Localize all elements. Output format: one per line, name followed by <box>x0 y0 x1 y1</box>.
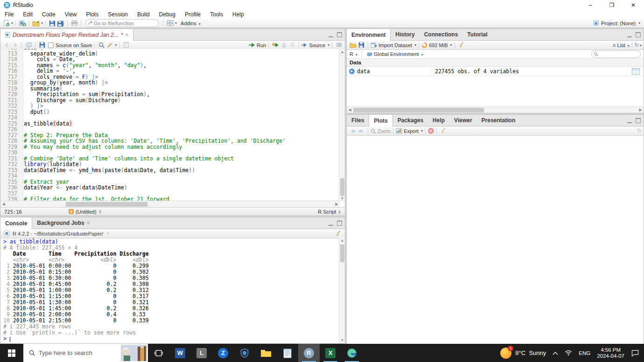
previous-plot-icon[interactable] <box>349 127 357 135</box>
new-file-dropdown-icon[interactable]: ▾ <box>11 21 13 25</box>
taskbar-notepad-button[interactable] <box>277 344 298 362</box>
plots-tab-plots[interactable]: Plots <box>369 115 392 126</box>
taskbar-excel-button[interactable]: X <box>320 344 341 362</box>
editor-code[interactable]: 712data |>713 separate_wider_delim(714 c… <box>0 49 339 208</box>
language-indicator[interactable]: ENG <box>579 350 590 356</box>
menu-plots[interactable]: Plots <box>82 11 104 18</box>
maximize-button[interactable]: ❐ <box>601 0 623 10</box>
weather-widget[interactable]: 1 8°C Sunny <box>500 348 546 359</box>
scroll-down-icon[interactable]: ▼ <box>339 337 345 343</box>
export-plot-button[interactable]: Export ▾ <box>396 128 423 134</box>
menu-file[interactable]: File <box>0 11 18 18</box>
plots-tab-packages[interactable]: Packages <box>393 115 428 126</box>
back-icon[interactable] <box>2 42 11 49</box>
scroll-right-icon[interactable]: ▶ <box>334 201 340 207</box>
scrollbar-thumb[interactable] <box>353 108 484 112</box>
taskbar-word-button[interactable]: W <box>169 344 191 362</box>
menu-build[interactable]: Build <box>133 11 154 18</box>
scrollbar-thumb[interactable] <box>340 178 344 196</box>
menu-profile[interactable]: Profile <box>180 11 205 18</box>
pane-maximize-icon[interactable] <box>337 32 342 37</box>
rerun-icon[interactable] <box>271 42 280 49</box>
menu-tools[interactable]: Tools <box>205 11 228 18</box>
import-dataset-button[interactable]: Import Dataset ▾ <box>371 42 416 48</box>
plots-tab-files[interactable]: Files <box>347 115 369 126</box>
console-vertical-scrollbar[interactable]: ▲ ▼ <box>339 237 345 343</box>
scrollbar-thumb[interactable] <box>340 244 344 262</box>
popout-icon[interactable] <box>24 42 33 49</box>
pane-minimize-icon[interactable] <box>329 221 333 226</box>
memory-usage-button[interactable]: 692 MiB ▾ <box>421 42 452 48</box>
save-icon[interactable] <box>38 42 46 49</box>
source-button[interactable]: Source ▾ <box>301 42 329 48</box>
open-file-dropdown-icon[interactable]: ▾ <box>41 21 43 25</box>
environment-tab-history[interactable]: History <box>391 29 419 40</box>
pane-layout-dropdown-icon[interactable]: ▾ <box>175 21 177 25</box>
go-down-icon[interactable] <box>288 42 296 49</box>
save-all-icon[interactable] <box>56 20 65 27</box>
clock[interactable]: 4:56 PM 2024-04-07 <box>597 347 624 359</box>
minimize-button[interactable]: – <box>580 0 601 10</box>
menu-code[interactable]: Code <box>37 11 60 18</box>
new-project-icon[interactable]: R <box>18 20 27 27</box>
plots-tab-viewer[interactable]: Viewer <box>449 115 476 126</box>
menu-view[interactable]: View <box>60 11 82 18</box>
close-icon[interactable]: × <box>125 32 128 38</box>
menu-session[interactable]: Session <box>103 11 133 18</box>
close-button[interactable]: ✕ <box>623 0 644 10</box>
editor-vertical-scrollbar[interactable]: ▲ ▼ <box>339 49 345 202</box>
open-file-icon[interactable] <box>32 20 40 27</box>
pane-minimize-icon[interactable] <box>329 32 333 37</box>
clear-console-broom-icon[interactable] <box>334 230 342 237</box>
close-icon[interactable]: × <box>87 220 90 226</box>
environment-horizontal-scrollbar[interactable]: ◀ ▶ <box>347 106 644 113</box>
remove-plot-icon[interactable]: ✕ <box>428 128 434 134</box>
print-icon[interactable] <box>70 20 78 27</box>
scroll-down-icon[interactable]: ▼ <box>339 195 345 202</box>
taskbar-search-input[interactable]: Type here to search <box>23 344 148 362</box>
environment-tab-tutorial[interactable]: Tutorial <box>462 29 492 40</box>
new-file-icon[interactable] <box>2 20 10 27</box>
scroll-up-icon[interactable]: ▲ <box>339 237 345 244</box>
tray-expand-chevron-icon[interactable] <box>553 351 558 355</box>
source-tab-downstream-flows[interactable]: Downstream Flows Paper Revised Jan 2... … <box>0 29 133 41</box>
pane-layout-icon[interactable] <box>166 20 174 27</box>
project-menu[interactable]: R Project: (None) ▾ <box>593 20 640 26</box>
environment-tab-connections[interactable]: Connections <box>420 29 463 40</box>
environment-selector[interactable]: Global Environment ▾ <box>374 51 423 57</box>
menu-help[interactable]: Help <box>228 11 249 18</box>
refresh-plots-icon[interactable]: ↻ <box>637 128 642 134</box>
plots-tab-presentation[interactable]: Presentation <box>477 115 520 126</box>
refresh-button[interactable]: ↻▾ <box>635 42 642 48</box>
environment-tab-environment[interactable]: Environment <box>347 29 391 41</box>
taskbar-zotero-button[interactable]: Z <box>212 344 234 362</box>
compile-report-icon[interactable] <box>122 42 130 49</box>
taskbar-file-explorer-button[interactable] <box>255 344 277 362</box>
taskbar-rstudio-button[interactable]: R <box>298 344 320 362</box>
save-workspace-icon[interactable] <box>357 42 365 49</box>
scroll-left-icon[interactable]: ◀ <box>347 107 353 113</box>
taskbar-task-view-button[interactable] <box>148 344 169 362</box>
menu-edit[interactable]: Edit <box>18 11 37 18</box>
editor-horizontal-scrollbar[interactable]: ◀ ▶ <box>0 201 340 207</box>
plots-tab-help[interactable]: Help <box>428 115 449 126</box>
save-icon[interactable] <box>48 20 56 27</box>
view-table-icon[interactable] <box>632 68 640 75</box>
find-icon[interactable] <box>97 42 105 49</box>
pane-maximize-icon[interactable] <box>636 118 641 123</box>
menu-debug[interactable]: Debug <box>154 11 180 18</box>
scrollbar-thumb[interactable] <box>66 202 147 207</box>
code-tools-wand-icon[interactable] <box>105 42 114 49</box>
console-tab-background-jobs[interactable]: Background Jobs× <box>32 217 94 229</box>
load-workspace-icon[interactable] <box>349 42 357 49</box>
taskbar-shield-button[interactable] <box>234 344 255 362</box>
taskbar-l-app-button[interactable]: L <box>191 344 212 362</box>
environment-object-row[interactable]: ▶data227455 obs. of 4 variables <box>347 67 644 76</box>
pane-minimize-icon[interactable] <box>627 118 632 123</box>
open-directory-icon[interactable]: ↗ <box>105 231 109 236</box>
start-button[interactable] <box>0 344 23 362</box>
list-view-button[interactable]: ≡ List ▾ <box>613 42 630 48</box>
expand-icon[interactable]: ▶ <box>349 69 355 74</box>
console-output[interactable]: # i Use `print(n = ...)` to see more row… <box>0 237 342 343</box>
outline-selector[interactable]: # (Untitled) ⇕ <box>69 209 102 215</box>
